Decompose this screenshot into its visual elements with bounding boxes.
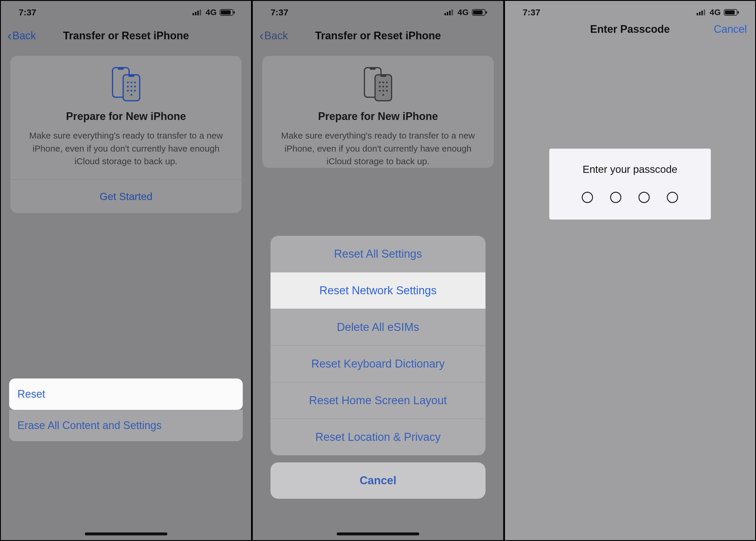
status-network: 4G (205, 8, 217, 17)
chevron-left-icon: ‹ (7, 29, 12, 42)
signal-icon (192, 7, 203, 17)
status-time: 7:37 (271, 7, 288, 17)
svg-point-13 (134, 86, 136, 88)
reset-location-privacy[interactable]: Reset Location & Privacy (271, 419, 485, 455)
passcode-dot-3 (638, 192, 650, 203)
passcode-panel: Enter your passcode (549, 149, 711, 220)
erase-item[interactable]: Erase All Content and Settings (9, 410, 243, 441)
reset-keyboard-dictionary[interactable]: Reset Keyboard Dictionary (271, 345, 485, 382)
svg-point-8 (127, 82, 129, 83)
passcode-dots (558, 192, 702, 203)
phones-icon (271, 67, 485, 103)
svg-rect-2 (197, 11, 199, 15)
svg-rect-21 (451, 9, 453, 15)
signal-icon (697, 7, 707, 17)
svg-point-26 (379, 82, 380, 83)
chevron-left-icon: ‹ (259, 29, 264, 42)
status-time: 7:37 (19, 7, 36, 17)
phone-screen-3: 7:37 4G Enter Passcode Cancel Enter your… (505, 1, 755, 540)
svg-point-33 (382, 90, 384, 92)
status-right: 4G (697, 7, 737, 17)
reset-action-sheet: Reset All Settings Reset Network Setting… (271, 236, 485, 499)
svg-rect-6 (123, 75, 140, 101)
prepare-desc: Make sure everything's ready to transfer… (273, 129, 482, 168)
svg-point-17 (130, 94, 132, 96)
status-right: 4G (444, 7, 485, 17)
svg-rect-23 (370, 68, 376, 70)
status-bar: 7:37 4G (253, 1, 503, 21)
status-bar: 7:37 4G (1, 1, 251, 21)
battery-icon (472, 9, 485, 16)
nav-header: Enter Passcode Cancel (505, 21, 755, 37)
svg-point-14 (127, 90, 129, 92)
back-button[interactable]: ‹ Back (259, 29, 288, 42)
phones-icon (19, 67, 233, 103)
svg-rect-20 (449, 11, 451, 15)
svg-point-34 (386, 90, 388, 92)
svg-rect-1 (195, 12, 196, 15)
back-button[interactable]: ‹ Back (7, 29, 36, 42)
svg-point-16 (134, 90, 136, 92)
home-indicator (337, 532, 419, 535)
reset-all-settings[interactable]: Reset All Settings (271, 236, 485, 272)
page-title: Transfer or Reset iPhone (253, 30, 503, 42)
get-started-link[interactable]: Get Started (19, 180, 233, 213)
svg-rect-39 (704, 9, 705, 15)
svg-point-27 (382, 82, 384, 83)
signal-icon (444, 7, 454, 17)
bottom-list: Reset Erase All Content and Settings (9, 378, 243, 441)
prepare-card: Prepare for New iPhone Make sure everyth… (262, 56, 493, 168)
battery-icon (220, 9, 233, 16)
nav-header: ‹ Back Transfer or Reset iPhone (253, 21, 503, 50)
svg-rect-3 (200, 9, 201, 15)
sheet-cancel-button[interactable]: Cancel (271, 462, 485, 499)
svg-point-30 (382, 86, 384, 88)
svg-point-29 (379, 86, 380, 88)
prepare-title: Prepare for New iPhone (19, 110, 233, 123)
svg-rect-36 (697, 13, 698, 15)
svg-rect-24 (375, 75, 391, 101)
status-right: 4G (192, 7, 233, 17)
page-title: Transfer or Reset iPhone (1, 30, 251, 42)
svg-point-12 (130, 86, 132, 88)
svg-point-15 (130, 90, 132, 92)
delete-all-esims[interactable]: Delete All eSIMs (271, 309, 485, 345)
status-time: 7:37 (523, 7, 540, 17)
prepare-card: Prepare for New iPhone Make sure everyth… (10, 56, 242, 213)
phone-screen-1: 7:37 4G ‹ Back Transfer or Reset iPhone … (1, 1, 251, 540)
svg-point-9 (130, 82, 132, 83)
svg-point-11 (127, 86, 129, 88)
svg-point-28 (386, 82, 388, 83)
prepare-title: Prepare for New iPhone (271, 110, 485, 123)
svg-rect-25 (380, 75, 386, 77)
svg-point-31 (386, 86, 388, 88)
status-bar: 7:37 4G (505, 1, 755, 21)
status-network: 4G (710, 8, 721, 17)
back-label: Back (12, 30, 36, 42)
cancel-button[interactable]: Cancel (714, 23, 747, 35)
sheet-options: Reset All Settings Reset Network Setting… (271, 236, 485, 455)
home-indicator (85, 532, 167, 535)
svg-point-10 (134, 82, 136, 83)
svg-rect-37 (699, 12, 700, 15)
reset-item[interactable]: Reset (9, 378, 243, 410)
passcode-prompt: Enter your passcode (558, 163, 702, 175)
battery-icon (724, 9, 737, 16)
svg-rect-19 (447, 12, 448, 15)
svg-rect-7 (128, 75, 134, 77)
status-network: 4G (457, 8, 469, 17)
nav-header: ‹ Back Transfer or Reset iPhone (1, 21, 251, 50)
svg-point-32 (379, 90, 380, 92)
passcode-dot-2 (610, 192, 621, 203)
svg-rect-5 (118, 68, 124, 70)
passcode-dot-4 (667, 192, 678, 203)
reset-network-settings[interactable]: Reset Network Settings (271, 272, 485, 309)
svg-point-35 (382, 94, 384, 96)
svg-rect-38 (701, 11, 703, 15)
phone-screen-2: 7:37 4G ‹ Back Transfer or Reset iPhone … (253, 1, 503, 540)
svg-rect-18 (444, 13, 446, 15)
svg-rect-0 (192, 13, 194, 15)
prepare-desc: Make sure everything's ready to transfer… (22, 129, 230, 168)
reset-home-screen[interactable]: Reset Home Screen Layout (271, 382, 485, 419)
passcode-dot-1 (582, 192, 593, 203)
